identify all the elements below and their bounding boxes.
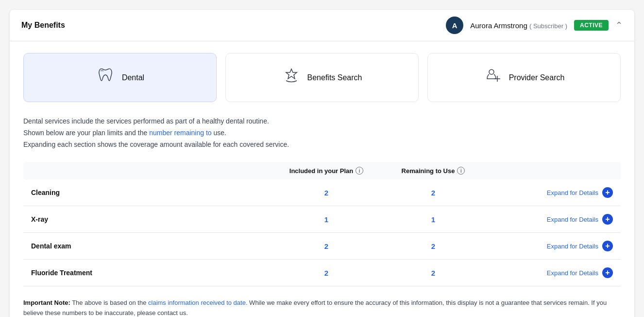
included-info-icon[interactable]: i <box>356 167 363 175</box>
service-label: X-ray <box>31 215 273 223</box>
dental-label: Dental <box>122 73 144 82</box>
description-line1: Dental services include the services per… <box>23 116 621 127</box>
remaining-value: 1 <box>380 215 487 224</box>
table-row: X-ray 1 1 Expand for Details + <box>23 206 621 233</box>
service-label: Cleaning <box>31 189 273 196</box>
nav-card-provider-search[interactable]: Provider Search <box>427 53 621 102</box>
expand-details-link[interactable]: Expand for Details + <box>487 267 613 278</box>
description-line2: Shown below are your plan limits and the… <box>23 127 621 139</box>
nav-card-dental[interactable]: Dental <box>23 53 217 102</box>
col-header-remaining: Remaining to Use i <box>380 167 487 175</box>
important-note-text: The above is based on the claims informa… <box>23 299 607 317</box>
included-value: 1 <box>273 215 380 224</box>
header-right: A Aurora Armstrong ( Subscriber ) ACTIVE… <box>446 17 623 34</box>
user-role: ( Subscriber ) <box>529 22 567 30</box>
table-header: Included in your Plan i Remaining to Use… <box>23 162 621 179</box>
benefits-table: Included in your Plan i Remaining to Use… <box>23 162 621 286</box>
user-name: Aurora Armstrong ( Subscriber ) <box>470 21 567 30</box>
benefits-search-label: Benefits Search <box>307 73 362 82</box>
header: My Benefits A Aurora Armstrong ( Subscri… <box>10 10 634 41</box>
expand-circle-icon[interactable]: + <box>602 241 613 251</box>
provider-search-icon <box>484 67 502 88</box>
included-value: 2 <box>273 242 380 250</box>
important-note: Important Note: The above is based on th… <box>23 298 621 317</box>
important-note-label: Important Note: <box>23 299 70 306</box>
expand-circle-icon[interactable]: + <box>602 214 613 225</box>
main-content: Dental Benefits Search <box>10 41 634 317</box>
expand-circle-icon[interactable]: + <box>602 187 613 198</box>
table-row: Fluoride Treatment 2 2 Expand for Detail… <box>23 260 621 286</box>
included-value: 2 <box>273 269 380 277</box>
expand-details-link[interactable]: Expand for Details + <box>487 241 613 251</box>
nav-card-benefits-search[interactable]: Benefits Search <box>225 53 419 102</box>
status-badge: ACTIVE <box>574 20 609 31</box>
col-header-service <box>31 167 273 175</box>
avatar: A <box>446 17 463 34</box>
main-card: My Benefits A Aurora Armstrong ( Subscri… <box>10 10 634 317</box>
collapse-button[interactable]: ⌃ <box>615 20 623 31</box>
col-header-included: Included in your Plan i <box>273 167 380 175</box>
expand-details-link[interactable]: Expand for Details + <box>487 187 613 198</box>
service-label: Dental exam <box>31 242 273 250</box>
remaining-value: 2 <box>380 269 487 277</box>
table-row: Cleaning 2 2 Expand for Details + <box>23 179 621 206</box>
remaining-value: 2 <box>380 242 487 250</box>
nav-cards: Dental Benefits Search <box>23 53 621 102</box>
dental-icon <box>96 67 115 88</box>
remaining-value: 2 <box>380 189 487 197</box>
description-line3: Expanding each section shows the coverag… <box>23 139 621 151</box>
table-row: Dental exam 2 2 Expand for Details + <box>23 233 621 260</box>
expand-details-link[interactable]: Expand for Details + <box>487 214 613 225</box>
svg-point-0 <box>489 70 494 74</box>
page-title: My Benefits <box>21 21 65 30</box>
provider-search-label: Provider Search <box>509 73 565 82</box>
col-header-action <box>487 167 613 175</box>
remaining-info-icon[interactable]: i <box>457 167 465 175</box>
service-label: Fluoride Treatment <box>31 269 273 277</box>
included-value: 2 <box>273 189 380 197</box>
expand-circle-icon[interactable]: + <box>602 267 613 278</box>
benefits-search-icon <box>282 67 301 88</box>
description: Dental services include the services per… <box>23 116 621 150</box>
